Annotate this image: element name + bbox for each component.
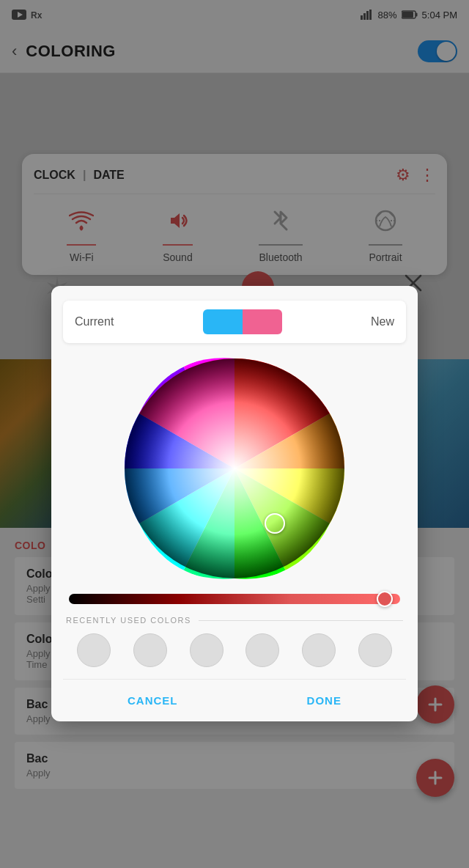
color-wheel-cursor — [265, 513, 285, 534]
recent-color-4[interactable] — [245, 633, 279, 667]
recent-color-1[interactable] — [77, 633, 111, 667]
color-wheel[interactable] — [121, 355, 348, 582]
done-button[interactable]: DONE — [289, 688, 359, 713]
recent-color-2[interactable] — [133, 633, 167, 667]
recent-color-3[interactable] — [190, 633, 224, 667]
recent-color-5[interactable] — [302, 633, 336, 667]
brightness-slider-track[interactable] — [69, 594, 400, 604]
recently-used-section: RECENTLY USED COLORS — [66, 616, 403, 667]
color-picker-dialog: Current New — [51, 286, 418, 721]
swatch-current — [203, 309, 243, 334]
recently-circles — [66, 633, 403, 667]
brightness-slider-container[interactable] — [69, 594, 400, 604]
dialog-buttons: CANCEL DONE — [63, 679, 406, 721]
swatch-new — [243, 309, 282, 334]
new-label: New — [371, 315, 394, 328]
color-preview-row: Current New — [63, 301, 406, 343]
brightness-slider-thumb[interactable] — [377, 591, 393, 607]
color-wheel-container[interactable] — [63, 355, 406, 582]
current-label: Current — [75, 315, 114, 328]
recent-color-6[interactable] — [358, 633, 392, 667]
svg-point-19 — [125, 358, 344, 578]
color-swatches — [203, 309, 282, 334]
recently-used-title: RECENTLY USED COLORS — [66, 616, 403, 625]
color-wheel-svg[interactable] — [121, 355, 348, 582]
cancel-button[interactable]: CANCEL — [110, 688, 196, 713]
